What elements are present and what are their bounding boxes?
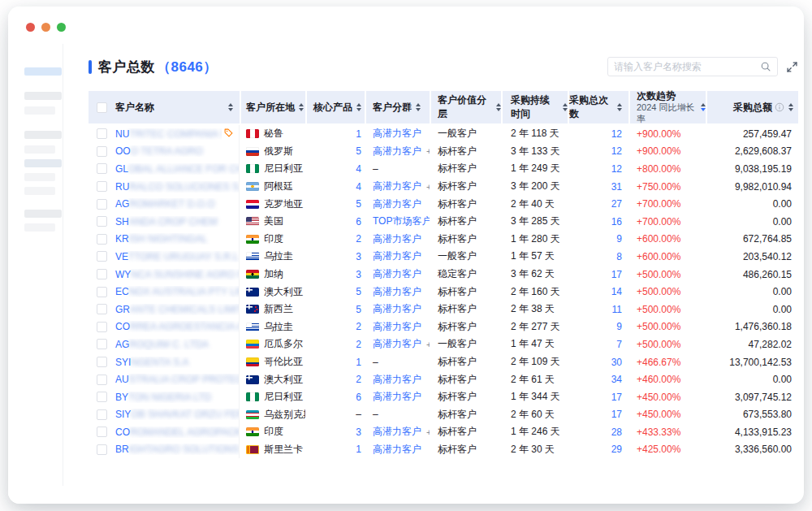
cell-duration: 2 年 30 天	[503, 441, 568, 459]
column-header-segment[interactable]: 客户分群	[366, 91, 430, 123]
country-name: 克罗地亚	[264, 197, 303, 211]
row-checkbox[interactable]	[97, 409, 107, 420]
cell-segment: 高潜力客户+3	[366, 423, 430, 441]
customer-name-link[interactable]: AGROMARKET D.O.O	[115, 198, 239, 210]
column-header-location[interactable]: 客户所在地	[241, 91, 305, 123]
column-header-trend[interactable]: 次数趋势2024 同比增长率	[630, 91, 706, 123]
row-checkbox[interactable]	[97, 375, 107, 385]
segment-value[interactable]: 高潜力客户	[373, 127, 421, 141]
segment-value[interactable]: 高潜力客户	[373, 337, 421, 351]
customer-name-link[interactable]: ECNOX AUSTRALIA PTY LIMITED	[115, 286, 239, 297]
row-checkbox[interactable]	[97, 392, 107, 402]
tier-value: 标杆客户	[438, 408, 477, 422]
sort-down-icon	[416, 108, 421, 111]
cell-purchase-count: 16	[569, 213, 628, 231]
segment-value[interactable]: 高潜力客户	[373, 267, 421, 281]
column-header-count[interactable]: 采购总次数	[569, 91, 628, 123]
cell-trend: +500.00%	[630, 301, 706, 318]
sidebar-skeleton-item	[24, 145, 55, 154]
info-icon[interactable]	[775, 102, 784, 112]
sort-caret-icon[interactable]	[788, 103, 793, 111]
row-checkbox[interactable]	[97, 287, 107, 297]
customer-name-link[interactable]: BYTON NIGERIA LTD	[115, 392, 239, 403]
customer-name-link[interactable]: RURALCO SOLUCIONES S.A	[115, 181, 239, 193]
customer-name-link[interactable]: VETTORE URUGUAY S.R.L	[115, 251, 239, 262]
customer-name-link[interactable]: GRANTE CHEMICALS LIMITED	[115, 304, 239, 315]
row-checkbox[interactable]	[97, 128, 107, 139]
segment-value[interactable]: 高潜力客户	[373, 197, 421, 211]
segment-value[interactable]: 高潜力客户	[373, 373, 421, 387]
segment-value[interactable]: 高潜力客户	[373, 425, 421, 439]
customer-name-link[interactable]: OOO TETRA AGRO	[115, 145, 239, 157]
row-checkbox[interactable]	[97, 427, 107, 437]
minimize-window-button[interactable]	[41, 23, 50, 32]
cell-purchase-count: 17	[569, 406, 628, 424]
segment-value[interactable]: 高潜力客户	[373, 443, 421, 457]
cell-value-tier: 一般客户	[431, 125, 501, 143]
sort-caret-icon[interactable]	[701, 103, 706, 111]
sort-caret-icon[interactable]	[299, 103, 304, 111]
row-checkbox[interactable]	[97, 163, 107, 174]
column-header-tier[interactable]: 客户价值分层	[431, 91, 501, 123]
segment-value[interactable]: 高潜力客户	[373, 232, 421, 246]
row-checkbox[interactable]	[97, 357, 107, 367]
row-checkbox[interactable]	[97, 234, 107, 245]
customer-name-link[interactable]: AUSTRALIA CROP PROTECTION P...	[115, 374, 239, 385]
row-checkbox[interactable]	[97, 181, 107, 192]
column-header-duration[interactable]: 采购持续时间	[503, 91, 568, 123]
segment-value[interactable]: 高潜力客户	[373, 180, 421, 193]
customer-name-link[interactable]: WYNCA SUNSHINE AGRO PRODU...	[115, 269, 239, 280]
row-checkbox[interactable]	[97, 216, 107, 227]
purchase-count-value: 17	[611, 392, 622, 403]
sort-caret-icon[interactable]	[356, 103, 361, 111]
segment-value[interactable]: 高潜力客户	[373, 145, 421, 158]
segment-value: –	[373, 409, 378, 420]
close-window-button[interactable]	[26, 23, 35, 32]
select-all-checkbox[interactable]	[97, 102, 107, 113]
column-header-core[interactable]: 核心产品	[307, 91, 365, 123]
segment-value[interactable]: 高潜力客户	[373, 390, 421, 404]
cell-segment: 高潜力客户	[366, 195, 430, 213]
country-name: 澳大利亚	[264, 285, 303, 299]
row-checkbox[interactable]	[97, 269, 107, 279]
row-checkbox[interactable]	[97, 199, 107, 210]
sort-caret-icon[interactable]	[228, 103, 233, 111]
segment-value[interactable]: 高潜力客户	[373, 285, 421, 299]
segment-value[interactable]: 高潜力客户	[373, 302, 421, 316]
customer-name-link[interactable]: AGROQUIM C. LTDA	[115, 339, 239, 350]
customer-name-link[interactable]: GLOBAL ALLIANCE FOR CHEMICA...	[115, 163, 239, 175]
segment-value[interactable]: 高潜力客户	[373, 249, 421, 263]
customer-name-link[interactable]: SYINGENTA S.A	[115, 357, 239, 368]
zoom-window-button[interactable]	[57, 23, 66, 32]
search-input[interactable]	[614, 61, 760, 72]
column-header-amount[interactable]: 采购总额	[707, 91, 798, 123]
sort-caret-icon[interactable]	[617, 103, 622, 111]
customer-name-link[interactable]: SIYOB SHAVKAT ORZU FERMER X...	[115, 409, 239, 420]
sort-caret-icon[interactable]	[496, 103, 501, 111]
cell-customer-name: SYINGENTA S.A	[89, 353, 240, 371]
sort-caret-icon[interactable]	[416, 103, 421, 111]
row-checkbox[interactable]	[97, 339, 107, 349]
customer-name-link[interactable]: SHANDA CROP CHEM	[115, 216, 239, 227]
purchase-count-value: 27	[611, 198, 622, 210]
row-checkbox[interactable]	[97, 322, 107, 332]
customer-name-link[interactable]: BRIGHTAGRO SOLUTIONS PVT LTD	[115, 444, 239, 455]
search-icon[interactable]	[760, 61, 771, 72]
sort-up-icon	[228, 103, 233, 106]
row-checkbox[interactable]	[97, 251, 107, 262]
segment-value[interactable]: 高潜力客户	[373, 320, 421, 334]
purchase-count-value: 7	[616, 339, 622, 350]
trend-value: +750.00%	[637, 181, 680, 193]
row-checkbox[interactable]	[97, 304, 107, 314]
customer-name-link[interactable]: KRISH NIGHTINGAL	[115, 233, 239, 245]
sort-caret-icon[interactable]	[563, 103, 568, 111]
customer-name-link[interactable]: COROMANDEL AGROPACK PRIVATE ...	[115, 427, 239, 438]
tag-icon[interactable]	[223, 128, 234, 141]
row-checkbox[interactable]	[97, 146, 107, 157]
segment-value[interactable]: TOP市场客户	[373, 214, 430, 228]
expand-icon[interactable]	[786, 61, 798, 73]
row-checkbox[interactable]	[97, 444, 107, 455]
column-header-name[interactable]: 客户名称	[89, 91, 240, 123]
customer-name-link[interactable]: NUTRITEC COMPANIA S.A.C	[115, 128, 222, 140]
customer-name-link[interactable]: CORREA AGROESTANCIA AL JARD R...	[115, 321, 239, 332]
